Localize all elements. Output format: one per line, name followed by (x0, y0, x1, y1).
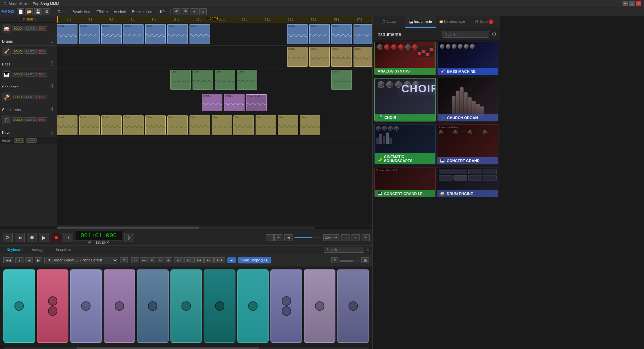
instruments-settings-button[interactable]: ⚙ (492, 31, 496, 37)
instrument-card-drum-engine[interactable]: 🥁 DRUM ENGINE (437, 167, 498, 197)
minus-button[interactable]: − (352, 234, 360, 241)
clip-seq-2[interactable]: Chart... (193, 70, 213, 90)
clip-keys-2[interactable]: Chart... (79, 115, 100, 135)
kb-settings-2[interactable]: ▦ (361, 257, 369, 263)
menu-bearbeiten[interactable]: Bearbeiten (70, 9, 93, 14)
track-solo-bass[interactable]: SOLO (12, 49, 23, 54)
tab-inspektor[interactable]: Inspektor (52, 247, 75, 253)
clip-keys-12[interactable]: Chart... (300, 115, 320, 135)
master-volume-slider[interactable] (294, 237, 321, 238)
bottom-search-input[interactable] (324, 247, 364, 253)
undo-button[interactable]: ↶ (173, 8, 180, 15)
instrument-card-cinematic[interactable]: 🌙 CINEMATIC SOUNDSCAPES (374, 124, 436, 164)
menu-ansicht[interactable]: Ansicht (111, 9, 128, 14)
kb-next-button[interactable]: ◀ (25, 257, 33, 263)
piano-key-4[interactable] (104, 269, 136, 343)
instrument-card-bass-machine[interactable]: 🎸 BASS MACHINE (437, 42, 498, 75)
track-rec-steeldrums[interactable]: REC (38, 95, 47, 99)
clip-steel-3[interactable]: Chart Hits Ste... (246, 94, 267, 111)
instrument-card-analog-synths[interactable]: ANALOG SYNTHS (374, 42, 436, 75)
kb-prev-button[interactable]: ▲ (15, 257, 23, 263)
track-mute-bass[interactable]: MUTE (24, 49, 37, 54)
plus-button[interactable]: + (362, 234, 370, 241)
clip-seq-3[interactable]: Chart... (215, 70, 235, 90)
track-scrollbar[interactable] (57, 227, 315, 229)
tab-vorlagen[interactable]: Vorlagen (28, 247, 50, 253)
loop-button[interactable]: ⟳ (3, 233, 13, 242)
clip-keys-3[interactable]: Chart... (101, 115, 122, 135)
piano-key-10[interactable] (304, 269, 336, 343)
piano-key-2[interactable] (37, 269, 69, 343)
piano-key-1[interactable] (3, 269, 35, 343)
clip-keys-11[interactable]: Chart... (278, 115, 298, 135)
track-content[interactable]: Chart... Chart... Chart... Chart... (57, 23, 372, 226)
clip-steel-2[interactable]: Chart... (224, 94, 245, 111)
piano-key-8[interactable] (237, 269, 269, 343)
right-tab-instrumente[interactable]: 🎹 Instrumente (405, 16, 437, 28)
metro-button[interactable]: ♩ (63, 233, 73, 242)
clip-keys-6[interactable]: Chart... (167, 115, 188, 135)
play-button[interactable]: ▶ (39, 233, 49, 242)
clip-keys-8[interactable]: Chart... (212, 115, 232, 135)
track-rec-drums[interactable]: REC (38, 26, 47, 31)
note-1-16[interactable]: 1/16 (214, 257, 225, 263)
instrument-card-choir[interactable]: CHOIR 🎤 CHOIR (374, 78, 436, 121)
clip-drums-2[interactable]: Chart... (79, 24, 100, 44)
record-button[interactable]: ⏺ (51, 233, 61, 242)
clip-drums-3[interactable]: Chart... (101, 24, 122, 44)
note-1-2[interactable]: 1/2 (184, 257, 194, 263)
right-tab-store[interactable]: 🛒 Store 1 (468, 16, 500, 28)
close-bottom-button[interactable]: ✕ (366, 247, 370, 253)
waveform-view-button[interactable]: ≋ (274, 234, 282, 241)
clip-drums-7[interactable]: Chart... (190, 24, 210, 44)
clip-drums-6[interactable]: Chart... (167, 24, 188, 44)
piano-key-6[interactable] (170, 269, 202, 343)
piano-key-9[interactable] (270, 269, 302, 343)
track-solo-sequence[interactable]: SOLO (12, 72, 23, 77)
clip-drums-5[interactable]: Chart... (145, 24, 166, 44)
piano-key-5[interactable] (137, 269, 169, 343)
instrument-card-concert-grand-le[interactable]: Concert Grand LE 🎹 CONCERT GRAND LE (374, 167, 436, 197)
track-scrollbar-thumb[interactable] (57, 227, 199, 229)
track-mute-sequence[interactable]: MUTE (24, 72, 37, 77)
track-mute-steeldrums[interactable]: MUTE (24, 95, 37, 99)
tab-keyboard[interactable]: Keyboard (3, 247, 26, 253)
clip-seq-5[interactable]: Chart... (331, 70, 352, 90)
stop-button[interactable]: ⏹ (27, 233, 37, 242)
track-rec-sequence[interactable]: REC (38, 72, 47, 77)
global-solo-button[interactable]: SOLO (14, 138, 24, 143)
global-mute-button[interactable]: MUTE (26, 138, 37, 143)
kb-next-next-button[interactable]: ▶ (35, 257, 42, 263)
menu-effekte[interactable]: Effekte (94, 9, 110, 14)
clip-keys-1[interactable]: Chart... (57, 115, 77, 135)
close-project-button[interactable]: ✕ (199, 8, 207, 15)
piano-key-7[interactable] (204, 269, 235, 343)
piano-key-3[interactable] (70, 269, 102, 343)
piano-scrollbar-thumb[interactable] (76, 347, 259, 349)
clip-seq-1[interactable]: Chart... (170, 70, 191, 90)
volume-left-button[interactable]: ◀ (284, 234, 292, 241)
clip-steel-1[interactable]: Chart... (202, 94, 222, 111)
clip-seq-4[interactable]: Chart... (237, 70, 257, 90)
track-rec-keys[interactable]: REC (38, 117, 47, 122)
kb-tool-3[interactable]: ✏ (149, 257, 156, 263)
track-mute-drums[interactable]: MUTE (24, 26, 37, 31)
piano-key-11[interactable] (337, 269, 369, 343)
track-scroll[interactable] (0, 226, 372, 230)
instruments-search-input[interactable] (442, 31, 489, 38)
menu-datei[interactable]: Datei (55, 9, 69, 14)
cut-button[interactable]: ✂ (191, 8, 198, 15)
kb-prev-prev-button[interactable]: ◀◀ (3, 257, 13, 263)
clip-bass-4[interactable]: Chart... (354, 47, 372, 67)
redo-button[interactable]: ↷ (182, 8, 189, 15)
note-1-8[interactable]: 1/8 (204, 257, 214, 263)
preset-settings-button[interactable]: ⚙ (120, 257, 128, 263)
maximize-button[interactable]: □ (629, 1, 635, 6)
minimize-button[interactable]: ─ (623, 1, 628, 6)
clip-keys-4[interactable]: Chart... (123, 115, 144, 135)
note-1-1[interactable]: 1/1 (174, 257, 183, 263)
track-rec-bass[interactable]: REC (38, 49, 47, 54)
menu-bereitstellen[interactable]: Bereitstellen (129, 9, 155, 14)
clip-bass-2[interactable]: Chart... (309, 47, 330, 67)
clip-drums-1[interactable]: Chart... (57, 24, 77, 44)
